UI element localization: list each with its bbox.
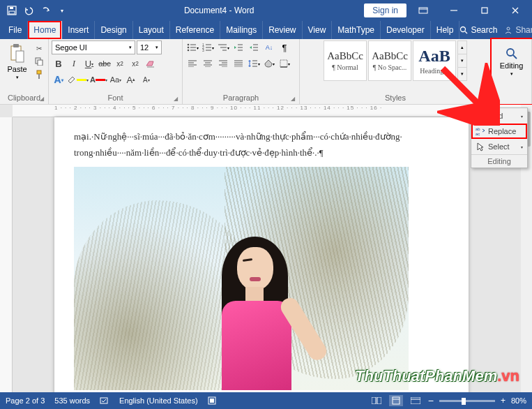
tab-view[interactable]: View (303, 21, 333, 39)
ruler-vertical[interactable] (0, 117, 13, 392)
document-text[interactable]: mại.·Nữ·nghệ···sĩ·múa···đã·bỏ·ăn·cơm····… (54, 117, 469, 167)
web-layout-icon[interactable] (409, 395, 423, 406)
search-button[interactable]: Search (459, 25, 497, 35)
tab-insert[interactable]: Insert (62, 21, 95, 39)
read-mode-icon[interactable] (370, 395, 383, 406)
spell-check-icon[interactable] (100, 396, 109, 405)
style-heading-1[interactable]: AaB Heading 1 (413, 40, 456, 81)
select-button[interactable]: Select ▾ (471, 139, 527, 154)
tab-file[interactable]: File (3, 21, 28, 39)
superscript-button[interactable]: x2 (128, 57, 142, 70)
font-name-select[interactable]: Segoe UI▾ (52, 40, 135, 54)
paragraph-launcher-icon[interactable]: ◢ (291, 96, 298, 103)
tab-mailings[interactable]: Mailings (220, 21, 263, 39)
styles-launcher-icon[interactable]: ◢ (482, 96, 489, 103)
text-effects-icon[interactable]: A▾ (52, 73, 66, 87)
svg-point-11 (507, 27, 510, 30)
replace-button[interactable]: abac Replace (471, 124, 527, 139)
highlight-icon[interactable]: ▾ (67, 73, 89, 87)
align-right-icon[interactable] (216, 57, 230, 70)
group-paragraph: ▾ 123▾ ▾ A↓ ¶ ▾ ▾ ▾ Paragraph ◢ (183, 39, 300, 104)
editing-button[interactable]: Editing ▾ (494, 40, 529, 84)
ruler-horizontal[interactable]: 1 · · · 2 · · · 3 · · · 4 · · · 5 · · · … (13, 105, 532, 117)
justify-icon[interactable] (231, 57, 245, 70)
svg-rect-75 (393, 397, 400, 404)
clear-formatting-icon[interactable] (144, 57, 158, 70)
language-indicator[interactable]: English (United States) (119, 396, 198, 405)
italic-button[interactable]: I (67, 57, 81, 70)
tab-developer[interactable]: Developer (381, 21, 431, 39)
svg-rect-73 (372, 397, 376, 404)
align-left-icon[interactable] (185, 57, 199, 70)
styles-scroll-up-icon[interactable]: ▴ (458, 41, 466, 54)
decrease-indent-icon[interactable] (231, 40, 245, 54)
maximize-icon[interactable] (471, 2, 499, 19)
title-bar: ▾ Document4 - Word Sign in (0, 0, 532, 21)
tab-layout[interactable]: Layout (133, 21, 170, 39)
zoom-in-icon[interactable]: + (501, 396, 506, 406)
share-button[interactable]: Share (504, 25, 532, 35)
zoom-slider[interactable] (439, 400, 495, 402)
change-case-button[interactable]: Aa▾ (109, 73, 123, 87)
strikethrough-button[interactable]: abc (98, 57, 112, 70)
shading-icon[interactable]: ▾ (262, 57, 276, 70)
tab-home[interactable]: Home (28, 21, 62, 39)
increase-indent-icon[interactable] (247, 40, 261, 54)
styles-more-icon[interactable]: ▾ (458, 67, 466, 80)
editing-label: Editing (500, 61, 524, 70)
grow-font-icon[interactable]: A▴ (124, 73, 138, 87)
zoom-level[interactable]: 80% (511, 396, 526, 405)
tab-reference[interactable]: Reference (170, 21, 220, 39)
tab-help[interactable]: Help (431, 21, 460, 39)
zoom-out-icon[interactable]: − (428, 395, 434, 406)
tab-design[interactable]: Design (95, 21, 132, 39)
format-painter-icon[interactable] (33, 68, 45, 81)
group-styles: AaBbCc ¶ Normal AaBbCc ¶ No Spac... AaB … (300, 39, 492, 104)
word-count[interactable]: 535 words (54, 396, 90, 405)
svg-rect-2 (10, 7, 13, 9)
font-color-icon[interactable]: A▾ (90, 73, 107, 87)
borders-icon[interactable]: ▾ (278, 57, 291, 70)
subscript-button[interactable]: x2 (113, 57, 127, 70)
line-spacing-icon[interactable]: ▾ (247, 57, 261, 70)
styles-scroll-down-icon[interactable]: ▾ (458, 54, 466, 67)
document-image[interactable] (74, 167, 409, 390)
macro-icon[interactable] (208, 396, 216, 405)
tab-mathtype[interactable]: MathType (332, 21, 381, 39)
save-icon[interactable] (4, 3, 20, 18)
sign-in-button[interactable]: Sign in (364, 3, 406, 17)
tab-review[interactable]: Review (263, 21, 302, 39)
font-launcher-icon[interactable]: ◢ (174, 96, 181, 103)
align-center-icon[interactable] (201, 57, 215, 70)
multilevel-list-icon[interactable]: ▾ (216, 40, 230, 54)
bold-button[interactable]: B (52, 57, 66, 70)
undo-icon[interactable] (21, 3, 36, 18)
show-marks-icon[interactable]: ¶ (278, 40, 291, 54)
sort-icon[interactable]: A↓ (262, 40, 276, 54)
font-size-select[interactable]: 12▾ (137, 40, 162, 54)
page[interactable]: mại.·Nữ·nghệ···sĩ·múa···đã·bỏ·ăn·cơm····… (54, 117, 469, 409)
svg-rect-74 (377, 397, 381, 404)
style-no-spacing[interactable]: AaBbCc ¶ No Spac... (368, 40, 411, 81)
close-icon[interactable] (501, 2, 529, 19)
underline-button[interactable]: U▾ (82, 57, 96, 70)
find-button[interactable]: Find ▾ (471, 108, 527, 124)
clipboard-launcher-icon[interactable]: ◢ (40, 96, 47, 103)
styles-group-label: Styles (303, 92, 488, 104)
minimize-icon[interactable] (440, 2, 468, 19)
bullets-icon[interactable]: ▾ (185, 40, 199, 54)
numbering-icon[interactable]: 123▾ (201, 40, 215, 54)
svg-point-63 (507, 49, 514, 56)
ribbon-display-icon[interactable] (409, 2, 437, 19)
shrink-font-icon[interactable]: A▾ (139, 73, 153, 87)
redo-icon[interactable] (38, 3, 53, 18)
search-icon (506, 47, 518, 60)
copy-icon[interactable] (33, 55, 45, 68)
page-indicator[interactable]: Page 2 of 3 (6, 396, 45, 405)
cut-icon[interactable]: ✂ (33, 42, 45, 54)
print-layout-icon[interactable] (389, 395, 403, 406)
paste-button[interactable]: Paste ▾ (3, 40, 31, 84)
qat-customize-icon[interactable]: ▾ (54, 3, 70, 18)
paragraph-group-label: Paragraph (185, 92, 296, 104)
style-normal[interactable]: AaBbCc ¶ Normal (324, 40, 367, 81)
